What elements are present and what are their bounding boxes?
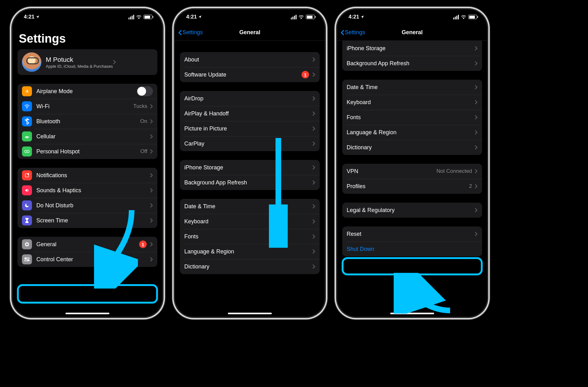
row-bluetooth[interactable]: Bluetooth On: [18, 114, 157, 129]
row-carplay[interactable]: CarPlay: [180, 136, 320, 151]
row-airdrop[interactable]: AirDrop: [180, 91, 320, 106]
row-software-update[interactable]: Software Update1: [180, 67, 320, 82]
home-indicator[interactable]: [66, 313, 109, 314]
back-button[interactable]: Settings: [178, 29, 203, 36]
row-shut-down[interactable]: Shut Down: [342, 241, 482, 257]
gear-icon: [22, 239, 32, 249]
arrow-annotation: [94, 207, 138, 289]
back-button[interactable]: Settings: [340, 29, 365, 36]
chevron-left-icon: [178, 29, 182, 36]
svg-point-3: [25, 150, 27, 153]
row-iphone-storage[interactable]: iPhone Storage: [180, 160, 320, 175]
row-pip[interactable]: Picture in Picture: [180, 121, 320, 136]
chevron-right-icon: [475, 46, 478, 51]
speaker-icon: [22, 185, 32, 195]
airplane-toggle[interactable]: [137, 86, 153, 96]
chevron-right-icon: [150, 173, 153, 178]
chevron-right-icon: [312, 141, 315, 146]
status-time: 4:21: [24, 14, 34, 20]
chevron-right-icon: [312, 219, 315, 224]
chevron-right-icon: [312, 234, 315, 239]
notch: [379, 9, 445, 20]
chevron-right-icon: [312, 180, 315, 185]
row-profiles[interactable]: Profiles2: [342, 179, 482, 194]
row-about[interactable]: About: [180, 52, 320, 67]
row-wifi[interactable]: Wi-Fi Tucks: [18, 99, 157, 114]
arrow-annotation: [394, 273, 456, 314]
avatar: [22, 52, 41, 72]
airplane-icon: ✈︎: [22, 86, 32, 96]
notch: [55, 9, 120, 20]
cellular-icon: [22, 131, 32, 141]
row-cellular[interactable]: Cellular: [18, 129, 157, 144]
row-legal[interactable]: Legal & Regulatory: [342, 203, 482, 218]
row-fonts[interactable]: Fonts: [342, 110, 482, 125]
row-hotspot[interactable]: Personal Hotspot Off: [18, 144, 157, 159]
nav-bar: Settings General: [337, 24, 487, 41]
profile-row[interactable]: M Potuck Apple ID, iCloud, Media & Purch…: [18, 49, 157, 75]
row-notifications[interactable]: Notifications: [18, 168, 157, 183]
bt-detail: On: [140, 118, 147, 125]
phone-settings-root: 4:21 Settings M Potuck Apple ID, iCloud,…: [13, 9, 162, 317]
chevron-right-icon: [475, 130, 478, 135]
row-iphone-storage[interactable]: iPhone Storage: [342, 41, 482, 56]
svg-point-13: [301, 18, 302, 19]
hotspot-icon: [22, 146, 32, 156]
chevron-right-icon: [312, 264, 315, 269]
nav-title: General: [402, 29, 423, 36]
row-bg-refresh[interactable]: Background App Refresh: [342, 56, 482, 71]
chevron-right-icon: [475, 184, 478, 189]
wifi-detail: Tucks: [133, 103, 147, 109]
wifi-settings-icon: [22, 101, 32, 111]
row-vpn[interactable]: VPNNot Connected: [342, 164, 482, 179]
svg-point-14: [463, 18, 464, 19]
chevron-right-icon: [312, 72, 315, 77]
chevron-right-icon: [113, 60, 116, 65]
chevron-right-icon: [475, 208, 478, 213]
chevron-right-icon: [475, 169, 478, 174]
row-fonts[interactable]: Fonts: [180, 229, 320, 244]
row-reset[interactable]: Reset: [342, 226, 482, 241]
battery-icon: [144, 15, 152, 19]
wifi-icon: [136, 15, 142, 19]
chevron-right-icon: [475, 85, 478, 90]
chevron-right-icon: [475, 61, 478, 66]
home-indicator[interactable]: [228, 313, 272, 314]
cell-signal-icon: [453, 15, 459, 19]
chevron-right-icon: [475, 231, 478, 236]
chevron-right-icon: [475, 115, 478, 120]
row-bg-refresh[interactable]: Background App Refresh: [180, 175, 320, 190]
row-sounds[interactable]: Sounds & Haptics: [18, 183, 157, 198]
row-language[interactable]: Language & Region: [342, 125, 482, 140]
chevron-right-icon: [312, 126, 315, 131]
phone-general-bottom: 4:21 Settings General iPhone Storage Bac…: [337, 9, 487, 317]
chevron-right-icon: [150, 119, 153, 124]
row-dictionary[interactable]: Dictionary: [180, 259, 320, 274]
row-language[interactable]: Language & Region: [180, 244, 320, 259]
chevron-right-icon: [150, 257, 153, 262]
row-keyboard[interactable]: Keyboard: [342, 95, 482, 110]
row-airplay[interactable]: AirPlay & Handoff: [180, 106, 320, 121]
cell-signal-icon: [129, 15, 134, 19]
row-dictionary[interactable]: Dictionary: [342, 140, 482, 155]
bluetooth-icon: [22, 116, 32, 126]
svg-point-12: [28, 260, 29, 261]
location-arrow-icon: [36, 15, 39, 19]
row-date-time[interactable]: Date & Time: [342, 80, 482, 95]
chevron-right-icon: [150, 242, 153, 247]
chevron-right-icon: [312, 57, 315, 62]
row-keyboard[interactable]: Keyboard: [180, 214, 320, 229]
chevron-right-icon: [312, 111, 315, 116]
row-airplane-mode[interactable]: ✈︎ Airplane Mode: [18, 84, 157, 99]
battery-icon: [468, 15, 477, 19]
toggles-icon: [22, 254, 32, 264]
svg-point-0: [139, 18, 139, 19]
profile-sub: Apple ID, iCloud, Media & Purchases: [46, 64, 113, 69]
wifi-icon: [461, 15, 466, 19]
hourglass-icon: [22, 215, 32, 225]
moon-icon: [22, 200, 32, 210]
row-date-time[interactable]: Date & Time: [180, 199, 320, 214]
svg-point-2: [27, 137, 27, 138]
profile-name: M Potuck: [46, 56, 113, 63]
chevron-right-icon: [312, 96, 315, 101]
